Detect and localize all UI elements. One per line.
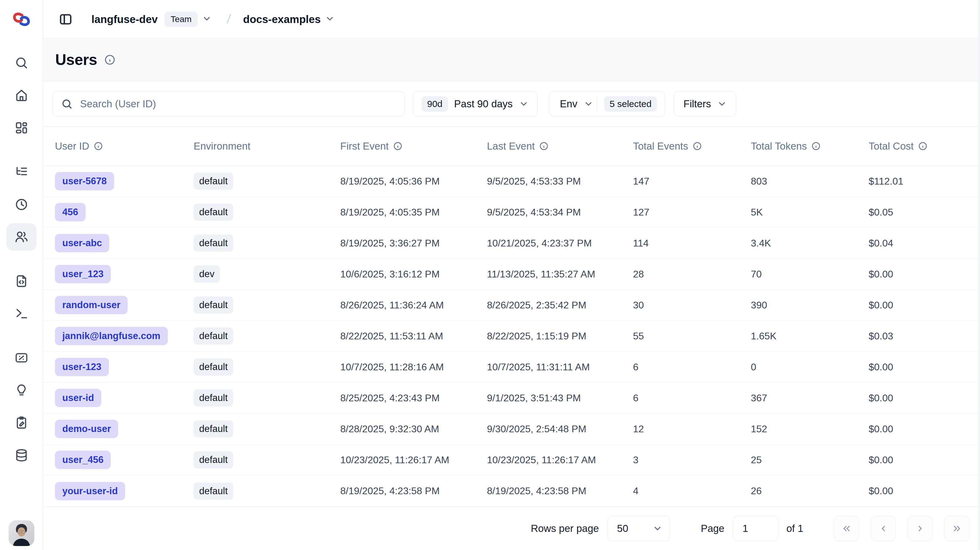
environment-badge: default [194, 327, 233, 345]
info-icon[interactable] [918, 141, 928, 151]
sidebar-item-datasets[interactable] [6, 409, 37, 437]
home-icon [14, 88, 29, 102]
total-cost-cell: $0.00 [869, 454, 978, 466]
date-range-button[interactable]: 90d Past 90 days [413, 91, 538, 116]
org-switcher-button[interactable] [202, 14, 212, 25]
total-tokens-cell: 152 [751, 423, 869, 435]
environment-badge: default [194, 420, 233, 437]
column-header-last-event[interactable]: Last Event [487, 140, 633, 152]
table-row[interactable]: 456 default 8/19/2025, 4:05:35 PM 9/5/20… [43, 197, 978, 228]
table-header-row: User ID Environment First Event Last Eve… [43, 127, 978, 166]
project-switcher-button[interactable] [325, 14, 335, 25]
user-avatar[interactable] [9, 520, 34, 546]
environment-filter-button[interactable]: Env 5 selected [549, 91, 665, 116]
sidebar-item-exports[interactable] [6, 441, 37, 469]
last-event-cell: 8/19/2025, 4:23:58 PM [487, 485, 633, 497]
total-events-cell: 3 [633, 454, 751, 466]
user-id-link[interactable]: user_123 [55, 265, 111, 283]
last-page-button[interactable] [944, 516, 970, 541]
table-row[interactable]: demo-user default 8/28/2025, 9:32:30 AM … [43, 414, 978, 445]
total-cost-cell: $0.00 [869, 269, 978, 280]
sidebar-item-home[interactable] [6, 82, 37, 109]
pagination-controls [834, 516, 970, 541]
sidebar-item-sessions[interactable] [6, 191, 37, 218]
info-icon[interactable] [94, 141, 103, 151]
info-icon[interactable] [692, 141, 702, 151]
sidebar-item-prompts[interactable] [6, 267, 37, 295]
total-tokens-cell: 3.4K [751, 238, 869, 249]
search-icon [61, 98, 73, 110]
datasets-clipboard-pen-icon [14, 416, 29, 430]
table-row[interactable]: jannik@langfuse.com default 8/22/2025, 1… [43, 321, 978, 352]
user-id-link[interactable]: demo-user [55, 420, 118, 438]
sidebar-toggle-button[interactable] [57, 11, 74, 28]
sidebar-item-playground[interactable] [6, 300, 37, 327]
first-event-cell: 10/7/2025, 11:28:16 AM [340, 361, 487, 373]
sidebar-item-evals[interactable] [6, 376, 37, 404]
table-row[interactable]: user-5678 default 8/19/2025, 4:05:36 PM … [43, 166, 978, 197]
table-row[interactable]: user-123 default 10/7/2025, 11:28:16 AM … [43, 352, 978, 383]
table-row[interactable]: random-user default 8/26/2025, 11:36:24 … [43, 290, 978, 321]
table-row[interactable]: user-abc default 8/19/2025, 3:36:27 PM 1… [43, 228, 978, 259]
chevron-down-icon [652, 524, 662, 533]
sidebar-nav [6, 49, 37, 474]
column-header-first-event[interactable]: First Event [340, 140, 487, 152]
rows-per-page-select[interactable]: 50 [608, 516, 670, 541]
first-event-cell: 8/19/2025, 4:23:58 PM [340, 485, 487, 497]
page-info-icon[interactable] [104, 54, 116, 66]
chevron-down-icon [717, 99, 727, 109]
column-header-user-id[interactable]: User ID [55, 140, 194, 152]
first-event-cell: 8/19/2025, 4:05:35 PM [340, 207, 487, 218]
sidebar-item-dashboards[interactable] [6, 114, 37, 142]
langfuse-logo[interactable] [0, 0, 43, 39]
project-name[interactable]: docs-examples [243, 13, 321, 25]
total-cost-cell: $0.05 [869, 207, 978, 218]
chevrons-left-icon [841, 523, 852, 534]
next-page-button[interactable] [908, 516, 933, 541]
first-event-cell: 8/19/2025, 3:36:27 PM [340, 238, 487, 249]
info-icon[interactable] [811, 141, 821, 151]
table-row[interactable]: your-user-id default 8/19/2025, 4:23:58 … [43, 476, 978, 506]
user-id-link[interactable]: random-user [55, 296, 128, 314]
sidebar-item-users[interactable] [6, 223, 37, 251]
table-row[interactable]: user-id default 8/25/2025, 4:23:43 PM 9/… [43, 383, 978, 414]
column-header-total-tokens[interactable]: Total Tokens [751, 140, 869, 152]
last-event-cell: 9/5/2025, 4:53:33 PM [487, 176, 633, 187]
user-id-link[interactable]: 456 [55, 203, 86, 221]
search-input[interactable] [80, 98, 396, 110]
user-id-link[interactable]: user-abc [55, 234, 109, 252]
total-events-cell: 12 [633, 423, 751, 435]
sidebar-item-scores[interactable] [6, 344, 37, 372]
total-cost-cell: $0.00 [869, 485, 978, 497]
user-id-link[interactable]: jannik@langfuse.com [55, 327, 168, 345]
user-id-link[interactable]: your-user-id [55, 482, 125, 500]
sidebar [0, 0, 43, 550]
user-id-link[interactable]: user_456 [55, 451, 111, 469]
environment-badge: default [194, 451, 233, 468]
first-page-button[interactable] [834, 516, 859, 541]
page-number-input[interactable] [733, 516, 778, 541]
column-header-total-events[interactable]: Total Events [633, 140, 751, 152]
user-id-link[interactable]: user-id [55, 389, 101, 407]
table-footer: Rows per page 50 Page of 1 [43, 506, 978, 550]
total-tokens-cell: 26 [751, 485, 869, 497]
total-events-cell: 6 [633, 392, 751, 404]
info-icon[interactable] [393, 141, 402, 151]
app-bar: langfuse-dev Team docs-examples [43, 0, 978, 39]
org-name[interactable]: langfuse-dev [91, 13, 158, 25]
user-id-link[interactable]: user-123 [55, 358, 109, 376]
column-header-total-cost[interactable]: Total Cost [869, 140, 978, 152]
column-header-environment[interactable]: Environment [194, 140, 340, 152]
sidebar-item-search[interactable] [6, 49, 37, 77]
table-row[interactable]: user_456 default 10/23/2025, 11:26:17 AM… [43, 445, 978, 476]
previous-page-button[interactable] [871, 516, 896, 541]
environment-badge: default [194, 358, 233, 376]
filters-button[interactable]: Filters [674, 91, 737, 116]
total-tokens-cell: 367 [751, 392, 869, 404]
filter-bar: 90d Past 90 days Env 5 selected Filters [43, 81, 978, 126]
user-id-link[interactable]: user-5678 [55, 172, 114, 190]
chevron-down-icon [202, 14, 212, 24]
info-icon[interactable] [539, 141, 549, 151]
table-row[interactable]: user_123 dev 10/6/2025, 3:16:12 PM 11/13… [43, 259, 978, 290]
sidebar-item-tracing[interactable] [6, 158, 37, 186]
